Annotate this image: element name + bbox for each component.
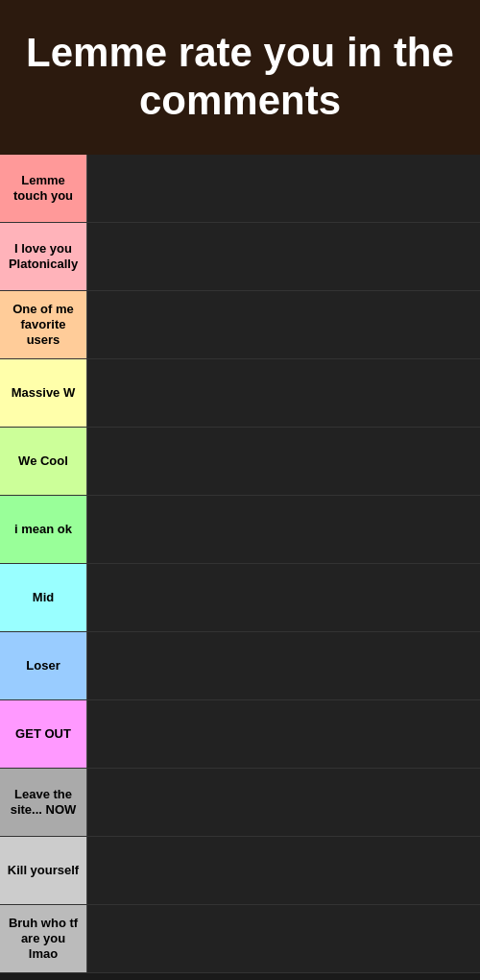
tier-label-get-out: GET OUT — [0, 700, 86, 768]
tier-label-loser: Loser — [0, 632, 86, 699]
tier-label-massive-w: Massive W — [0, 359, 86, 427]
tier-content-kill-yourself — [86, 837, 480, 904]
tier-label-mid: Mid — [0, 564, 86, 631]
tier-label-kill-yourself: Kill yourself — [0, 837, 86, 904]
tier-label-lemme-touch: Lemme touch you — [0, 155, 86, 222]
tier-label-we-cool: We Cool — [0, 428, 86, 495]
tier-row-i-mean-ok: i mean ok — [0, 496, 480, 564]
tier-list: Lemme touch youI love you PlatonicallyOn… — [0, 155, 480, 973]
tier-row-favorite-users: One of me favorite users — [0, 291, 480, 359]
tier-content-mid — [86, 564, 480, 631]
tier-label-favorite-users: One of me favorite users — [0, 291, 86, 358]
tier-row-massive-w: Massive W — [0, 359, 480, 428]
tier-content-get-out — [86, 700, 480, 768]
tier-row-i-love-you: I love you Platonically — [0, 223, 480, 291]
tier-content-i-love-you — [86, 223, 480, 290]
tier-row-lemme-touch: Lemme touch you — [0, 155, 480, 223]
header-title: Lemme rate you in the comments — [19, 29, 461, 126]
tier-content-we-cool — [86, 428, 480, 495]
tier-content-leave-site — [86, 769, 480, 836]
tier-row-bruh-who: Bruh who tf are you lmao — [0, 905, 480, 973]
tier-content-bruh-who — [86, 905, 480, 972]
tier-content-favorite-users — [86, 291, 480, 358]
tier-row-kill-yourself: Kill yourself — [0, 837, 480, 905]
tier-content-loser — [86, 632, 480, 699]
tier-content-i-mean-ok — [86, 496, 480, 563]
tier-row-mid: Mid — [0, 564, 480, 632]
tier-label-bruh-who: Bruh who tf are you lmao — [0, 905, 86, 972]
tier-content-lemme-touch — [86, 155, 480, 222]
tier-label-i-love-you: I love you Platonically — [0, 223, 86, 290]
tier-row-loser: Loser — [0, 632, 480, 700]
tier-label-i-mean-ok: i mean ok — [0, 496, 86, 563]
tier-row-leave-site: Leave the site... NOW — [0, 769, 480, 837]
tier-row-we-cool: We Cool — [0, 428, 480, 496]
tier-row-get-out: GET OUT — [0, 700, 480, 769]
tier-content-massive-w — [86, 359, 480, 427]
tier-label-leave-site: Leave the site... NOW — [0, 769, 86, 836]
header: Lemme rate you in the comments — [0, 0, 480, 155]
